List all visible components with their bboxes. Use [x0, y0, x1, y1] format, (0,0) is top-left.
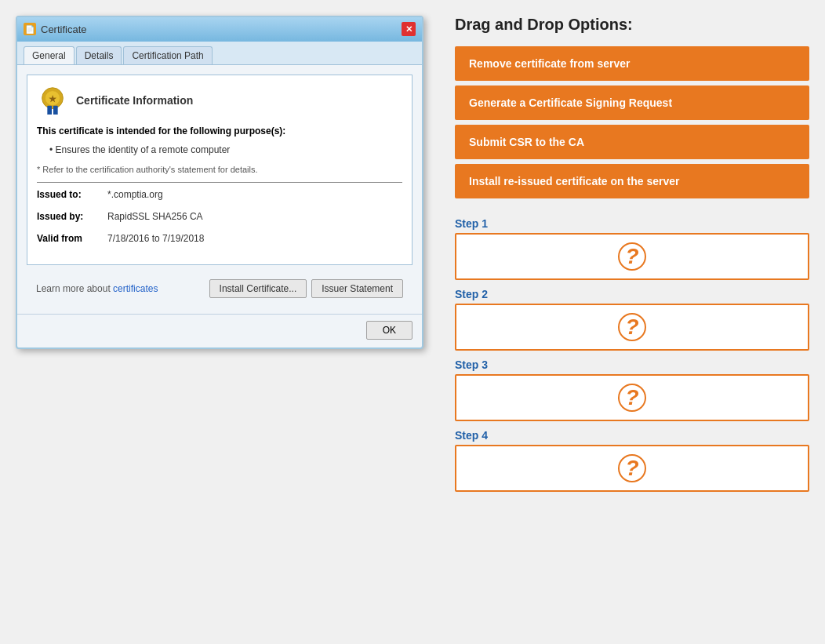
step-group-1: Step 1 ? — [455, 217, 809, 280]
step-3-question-icon: ? — [618, 384, 646, 412]
cert-info-title: Certificate Information — [76, 94, 193, 107]
cert-field-issued-by: Issued by: RapidSSL SHA256 CA — [37, 211, 402, 222]
cert-info-box: ★ Certificate Information This certifica… — [27, 75, 412, 265]
panel-heading: Drag and Drop Options: — [455, 16, 809, 34]
cert-field-issued-to: Issued to: *.comptia.org — [37, 189, 402, 200]
issued-to-value: *.comptia.org — [107, 189, 163, 200]
step-group-2: Step 2 ? — [455, 288, 809, 351]
cert-badge: ★ — [37, 85, 68, 116]
option-install-reissued[interactable]: Install re-issued certificate on the ser… — [455, 164, 809, 198]
step-2-question-icon: ? — [618, 313, 646, 341]
issued-by-value: RapidSSL SHA256 CA — [107, 211, 203, 222]
dialog-title: Certificate — [41, 24, 87, 35]
options-section: Remove certificate from server Generate … — [455, 46, 809, 198]
step-1-dropzone[interactable]: ? — [455, 233, 809, 280]
cert-info-header: ★ Certificate Information — [37, 85, 402, 116]
valid-from-label: Valid from — [37, 233, 107, 244]
step-1-question-icon: ? — [618, 242, 646, 271]
dialog-body: ★ Certificate Information This certifica… — [17, 65, 422, 314]
cert-purpose-heading: This certificate is intended for the fol… — [37, 126, 285, 136]
step-2-dropzone[interactable]: ? — [455, 304, 809, 351]
step-3-dropzone[interactable]: ? — [455, 374, 809, 421]
cert-field-valid-from: Valid from 7/18/2016 to 7/19/2018 — [37, 233, 402, 244]
option-generate-csr[interactable]: Generate a Certificate Signing Request — [455, 86, 809, 120]
certificate-dialog: 📄 Certificate ✕ General Details Certific… — [16, 16, 423, 349]
cert-purpose: This certificate is intended for the fol… — [37, 126, 402, 136]
svg-text:★: ★ — [49, 94, 57, 104]
titlebar-left: 📄 Certificate — [24, 23, 87, 35]
steps-section: Step 1 ? Step 2 ? Step 3 ? Step 4 ? — [455, 217, 809, 492]
cert-divider — [37, 182, 402, 183]
step-4-label: Step 4 — [455, 429, 809, 442]
issued-to-label: Issued to: — [37, 189, 107, 200]
dialog-container: 📄 Certificate ✕ General Details Certific… — [16, 16, 423, 349]
install-certificate-button[interactable]: Install Certificate... — [209, 279, 307, 298]
option-submit-csr[interactable]: Submit CSR to the CA — [455, 125, 809, 159]
issuer-statement-button[interactable]: Issuer Statement — [311, 279, 403, 298]
cert-learn-more: Learn more about certificates — [36, 283, 158, 294]
tab-details[interactable]: Details — [76, 46, 122, 64]
close-button[interactable]: ✕ — [402, 22, 416, 36]
dialog-app-icon: 📄 — [24, 23, 36, 35]
dialog-buttons-row: Learn more about certificates Install Ce… — [27, 273, 412, 304]
valid-from-value: 7/18/2016 to 7/19/2018 — [107, 233, 204, 244]
certificates-link[interactable]: certificates — [113, 283, 158, 294]
dialog-titlebar: 📄 Certificate ✕ — [17, 17, 422, 42]
cert-purpose-item: • Ensures the identity of a remote compu… — [49, 144, 402, 155]
step-2-label: Step 2 — [455, 288, 809, 300]
dialog-ok-area: OK — [17, 314, 422, 347]
ok-button[interactable]: OK — [366, 321, 412, 340]
step-group-4: Step 4 ? — [455, 429, 809, 492]
dialog-tabs: General Details Certification Path — [17, 42, 422, 65]
cert-note: * Refer to the certification authority's… — [37, 165, 402, 174]
option-remove-certificate[interactable]: Remove certificate from server — [455, 46, 809, 81]
right-panel: Drag and Drop Options: Remove certificat… — [455, 16, 809, 492]
tab-certification-path[interactable]: Certification Path — [123, 46, 212, 64]
learn-more-text: Learn more about — [36, 283, 113, 294]
step-1-label: Step 1 — [455, 217, 809, 230]
step-3-label: Step 3 — [455, 358, 809, 371]
step-group-3: Step 3 ? — [455, 358, 809, 421]
tab-general[interactable]: General — [24, 46, 75, 64]
cert-action-buttons: Install Certificate... Issuer Statement — [209, 279, 403, 298]
step-4-dropzone[interactable]: ? — [455, 445, 809, 492]
issued-by-label: Issued by: — [37, 211, 107, 222]
step-4-question-icon: ? — [618, 454, 646, 482]
